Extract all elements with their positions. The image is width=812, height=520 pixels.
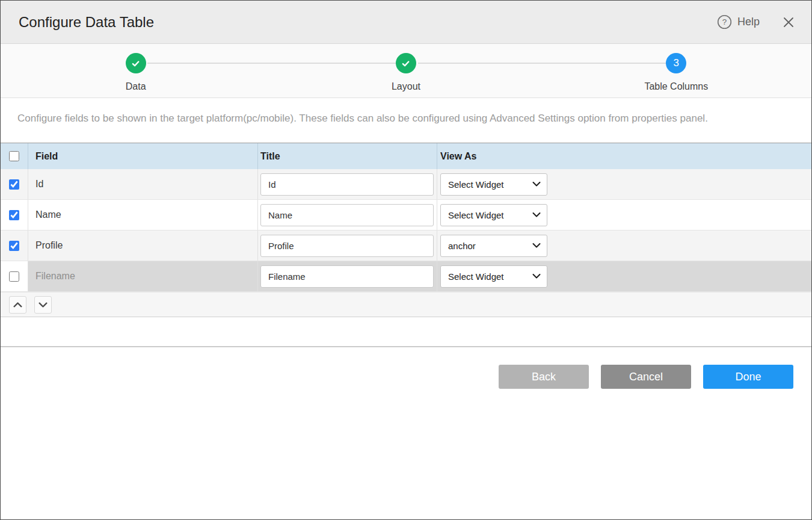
chevron-down-icon bbox=[38, 302, 48, 308]
header-checkbox-cell bbox=[1, 143, 28, 169]
help-circle-icon: ? bbox=[717, 14, 732, 29]
step-data[interactable]: Data bbox=[1, 44, 271, 98]
title-cell bbox=[258, 231, 437, 261]
view-as-select-wrap: Select Widget bbox=[440, 204, 547, 226]
svg-text:?: ? bbox=[722, 17, 727, 26]
field-label: Id bbox=[35, 179, 43, 190]
title-cell bbox=[258, 261, 437, 291]
close-button[interactable] bbox=[783, 16, 795, 28]
viewas-cell: Select Widget bbox=[437, 169, 811, 199]
chevron-up-icon bbox=[13, 302, 23, 308]
viewas-cell: Select Widget bbox=[437, 200, 811, 230]
title-input[interactable] bbox=[260, 265, 434, 288]
view-as-select[interactable]: Select Widget bbox=[440, 204, 547, 226]
description-text: Configure fields to be shown in the targ… bbox=[1, 98, 811, 143]
back-button[interactable]: Back bbox=[499, 365, 589, 389]
table-row-filename: Filename Select Widget bbox=[1, 261, 811, 292]
help-button[interactable]: ? Help bbox=[717, 14, 760, 29]
table-row-name: Name Select Widget bbox=[1, 200, 811, 231]
step-current-circle: 3 bbox=[666, 53, 686, 73]
view-as-select[interactable]: Select Widget bbox=[440, 173, 547, 196]
step-table-columns[interactable]: 3 Table Columns bbox=[541, 44, 811, 98]
column-header-field: Field bbox=[35, 151, 58, 162]
field-cell: Profile bbox=[28, 231, 258, 261]
select-all-checkbox[interactable] bbox=[9, 151, 19, 161]
step-complete-circle bbox=[396, 53, 416, 73]
configure-data-table-dialog: Configure Data Table ? Help Data bbox=[0, 0, 812, 520]
view-as-select[interactable]: anchor bbox=[440, 235, 547, 257]
table-row-profile: Profile anchor bbox=[1, 231, 811, 261]
checkmark-icon bbox=[401, 58, 411, 69]
header-viewas-cell: View As bbox=[437, 143, 811, 169]
step-label: Layout bbox=[392, 81, 420, 92]
dialog-title: Configure Data Table bbox=[19, 14, 154, 31]
footer-gap bbox=[1, 317, 811, 346]
viewas-cell: Select Widget bbox=[437, 261, 811, 291]
column-header-title: Title bbox=[260, 151, 280, 162]
cancel-button[interactable]: Cancel bbox=[601, 365, 691, 389]
done-button[interactable]: Done bbox=[703, 365, 793, 389]
dialog-content: Configure fields to be shown in the targ… bbox=[1, 98, 811, 346]
row-checkbox[interactable] bbox=[9, 210, 19, 220]
reorder-toolbar bbox=[1, 292, 811, 317]
title-cell bbox=[258, 200, 437, 230]
move-down-button[interactable] bbox=[34, 296, 52, 314]
row-checkbox[interactable] bbox=[9, 271, 19, 282]
view-as-select-wrap: Select Widget bbox=[440, 265, 547, 288]
step-layout[interactable]: Layout bbox=[271, 44, 541, 98]
field-label: Filename bbox=[35, 271, 75, 282]
step-label: Data bbox=[126, 81, 146, 92]
checkmark-icon bbox=[131, 58, 141, 69]
wizard-stepper: Data Layout 3 Table Columns bbox=[1, 44, 811, 98]
row-checkbox[interactable] bbox=[9, 241, 19, 251]
row-checkbox-cell bbox=[1, 200, 28, 230]
step-label: Table Columns bbox=[644, 81, 708, 92]
table-row-id: Id Select Widget bbox=[1, 169, 811, 200]
row-checkbox[interactable] bbox=[9, 179, 19, 190]
title-input[interactable] bbox=[260, 204, 434, 226]
row-checkbox-cell bbox=[1, 231, 28, 261]
title-cell bbox=[258, 169, 437, 199]
header-field-cell: Field bbox=[28, 143, 258, 169]
view-as-select-wrap: anchor bbox=[440, 235, 547, 257]
close-icon bbox=[783, 16, 795, 28]
move-up-button[interactable] bbox=[9, 296, 26, 314]
dialog-titlebar: Configure Data Table ? Help bbox=[1, 1, 811, 44]
step-number: 3 bbox=[674, 57, 679, 69]
viewas-cell: anchor bbox=[437, 231, 811, 261]
row-checkbox-cell bbox=[1, 169, 28, 199]
table-header-row: Field Title View As bbox=[1, 143, 811, 169]
column-header-view-as: View As bbox=[440, 151, 476, 162]
header-title-cell: Title bbox=[258, 143, 437, 169]
dialog-footer: Back Cancel Done bbox=[1, 347, 811, 519]
step-complete-circle bbox=[126, 53, 146, 73]
field-cell: Id bbox=[28, 169, 258, 199]
view-as-select-wrap: Select Widget bbox=[440, 173, 547, 196]
field-label: Profile bbox=[35, 240, 63, 251]
help-label: Help bbox=[737, 16, 760, 28]
field-label: Name bbox=[35, 209, 61, 220]
title-input[interactable] bbox=[260, 235, 434, 257]
row-checkbox-cell bbox=[1, 261, 28, 291]
title-input[interactable] bbox=[260, 173, 434, 196]
field-cell: Filename bbox=[28, 261, 258, 291]
field-cell: Name bbox=[28, 200, 258, 230]
view-as-select[interactable]: Select Widget bbox=[440, 265, 547, 288]
fields-table: Field Title View As Id bbox=[1, 143, 811, 292]
